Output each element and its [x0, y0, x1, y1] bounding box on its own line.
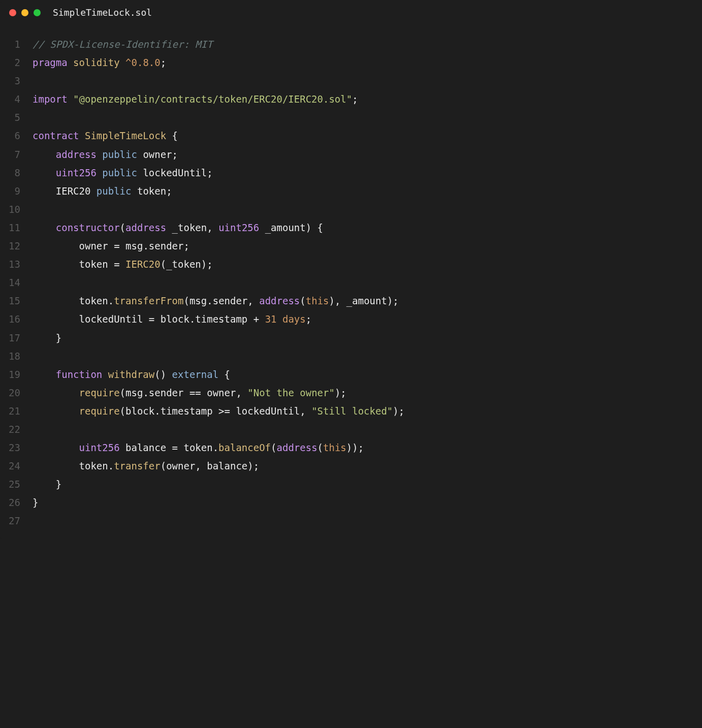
code-line[interactable]: 24 token.transfer(owner, balance);	[0, 457, 702, 475]
code-content[interactable]	[33, 273, 702, 292]
code-content[interactable]: }	[33, 329, 702, 347]
code-line[interactable]: 22	[0, 420, 702, 438]
code-line[interactable]: 19 function withdraw() external {	[0, 365, 702, 384]
code-content[interactable]: uint256 public lockedUntil;	[33, 164, 702, 182]
line-number: 25	[0, 475, 33, 493]
code-content[interactable]: }	[33, 475, 702, 493]
code-content[interactable]: token.transferFrom(msg.sender, address(t…	[33, 292, 702, 310]
code-line[interactable]: 2pragma solidity ^0.8.0;	[0, 53, 702, 72]
code-content[interactable]: token = IERC20(_token);	[33, 255, 702, 273]
minimize-icon[interactable]	[21, 9, 28, 16]
token: uint256	[79, 442, 120, 453]
code-content[interactable]	[33, 512, 702, 530]
code-content[interactable]: token.transfer(owner, balance);	[33, 457, 702, 475]
token: msg	[125, 387, 143, 398]
code-content[interactable]: require(msg.sender == owner, "Not the ow…	[33, 384, 702, 402]
token: block	[125, 405, 154, 417]
token: =	[166, 442, 183, 453]
editor-window: SimpleTimeLock.sol 1// SPDX-License-Iden…	[0, 0, 702, 541]
code-line[interactable]: 7 address public owner;	[0, 145, 702, 164]
titlebar: SimpleTimeLock.sol	[0, 0, 702, 25]
code-line[interactable]: 18	[0, 347, 702, 365]
traffic-lights	[9, 9, 41, 16]
line-number: 6	[0, 126, 33, 145]
token: uint256	[56, 167, 97, 178]
token: ) {	[306, 222, 323, 233]
token	[33, 259, 79, 270]
code-line[interactable]: 4import "@openzeppelin/contracts/token/E…	[0, 90, 702, 108]
token	[90, 185, 96, 197]
code-line[interactable]: 6contract SimpleTimeLock {	[0, 126, 702, 145]
token: >=	[213, 405, 236, 417]
token: ;	[161, 57, 166, 68]
code-line[interactable]: 14	[0, 273, 702, 292]
code-line[interactable]: 17 }	[0, 329, 702, 347]
token: lockedUntil	[236, 405, 300, 417]
code-line[interactable]: 9 IERC20 public token;	[0, 182, 702, 200]
token: transfer	[114, 460, 161, 471]
code-content[interactable]	[33, 72, 702, 90]
code-line[interactable]: 1// SPDX-License-Identifier: MIT	[0, 35, 702, 53]
code-content[interactable]: IERC20 public token;	[33, 182, 702, 200]
code-line[interactable]: 21 require(block.timestamp >= lockedUnti…	[0, 402, 702, 420]
token: ;	[207, 167, 212, 178]
code-content[interactable]: constructor(address _token, uint256 _amo…	[33, 218, 702, 237]
token: (	[161, 460, 166, 471]
code-line[interactable]: 3	[0, 72, 702, 90]
code-content[interactable]: pragma solidity ^0.8.0;	[33, 53, 702, 72]
token: .	[154, 405, 160, 417]
code-line[interactable]: 5	[0, 108, 702, 126]
code-line[interactable]: 20 require(msg.sender == owner, "Not the…	[0, 384, 702, 402]
token: uint256	[218, 222, 259, 233]
code-content[interactable]	[33, 420, 702, 438]
code-line[interactable]: 27	[0, 512, 702, 530]
code-line[interactable]: 26}	[0, 493, 702, 512]
token: balance	[125, 442, 166, 453]
code-content[interactable]	[33, 200, 702, 218]
token: ;	[306, 313, 311, 325]
line-number: 12	[0, 237, 33, 255]
token: sender	[213, 295, 248, 306]
token: block	[161, 313, 189, 325]
token: ,	[236, 387, 247, 398]
token: timestamp	[195, 313, 247, 325]
token	[68, 57, 73, 68]
code-line[interactable]: 8 uint256 public lockedUntil;	[0, 164, 702, 182]
token: =	[143, 313, 160, 325]
code-content[interactable]: lockedUntil = block.timestamp + 31 days;	[33, 310, 702, 328]
token: (	[120, 222, 125, 233]
token: msg	[125, 240, 143, 251]
code-content[interactable]	[33, 108, 702, 126]
code-content[interactable]: require(block.timestamp >= lockedUntil, …	[33, 402, 702, 420]
token: .	[108, 460, 114, 471]
maximize-icon[interactable]	[34, 9, 41, 16]
token: );	[387, 295, 399, 306]
token: (	[271, 442, 276, 453]
code-content[interactable]: // SPDX-License-Identifier: MIT	[33, 35, 702, 53]
token: );	[201, 259, 213, 270]
code-content[interactable]: contract SimpleTimeLock {	[33, 126, 702, 145]
line-number: 3	[0, 72, 33, 90]
code-line[interactable]: 10	[0, 200, 702, 218]
token	[137, 167, 143, 178]
token: require	[79, 405, 120, 417]
line-number: 26	[0, 493, 33, 512]
code-line[interactable]: 25 }	[0, 475, 702, 493]
code-content[interactable]: }	[33, 493, 702, 512]
code-line[interactable]: 15 token.transferFrom(msg.sender, addres…	[0, 292, 702, 310]
code-line[interactable]: 11 constructor(address _token, uint256 _…	[0, 218, 702, 237]
token	[97, 149, 102, 160]
code-content[interactable]: function withdraw() external {	[33, 365, 702, 384]
code-line[interactable]: 16 lockedUntil = block.timestamp + 31 da…	[0, 310, 702, 328]
code-line[interactable]: 23 uint256 balance = token.balanceOf(add…	[0, 438, 702, 457]
code-content[interactable]: owner = msg.sender;	[33, 237, 702, 255]
code-editor[interactable]: 1// SPDX-License-Identifier: MIT2pragma …	[0, 25, 702, 541]
token: address	[277, 442, 317, 453]
close-icon[interactable]	[9, 9, 16, 16]
code-content[interactable]: import "@openzeppelin/contracts/token/ER…	[33, 90, 702, 108]
code-content[interactable]: uint256 balance = token.balanceOf(addres…	[33, 438, 702, 457]
code-content[interactable]	[33, 347, 702, 365]
code-line[interactable]: 13 token = IERC20(_token);	[0, 255, 702, 273]
code-content[interactable]: address public owner;	[33, 145, 702, 164]
code-line[interactable]: 12 owner = msg.sender;	[0, 237, 702, 255]
